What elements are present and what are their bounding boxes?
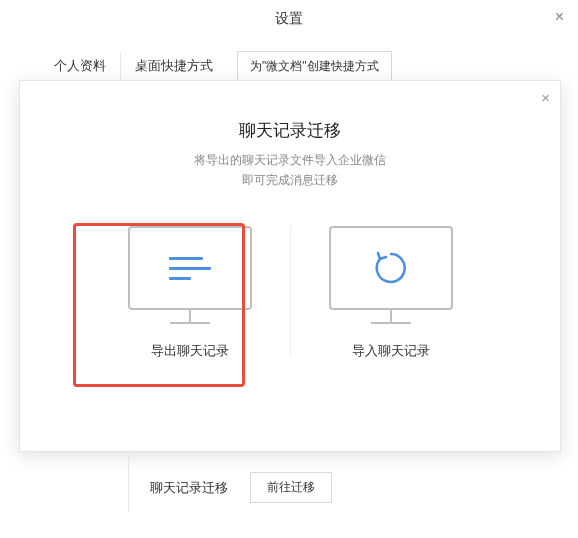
monitor-stand-base bbox=[170, 322, 210, 324]
bottom-label: 聊天记录迁移 bbox=[150, 479, 228, 497]
modal-subtitle-2: 即可完成消息迁移 bbox=[20, 170, 560, 190]
bottom-row: 聊天记录迁移 前往迁移 bbox=[0, 472, 578, 503]
export-option[interactable]: 导出聊天记录 bbox=[90, 226, 290, 360]
import-label: 导入聊天记录 bbox=[291, 342, 491, 360]
create-shortcut-button[interactable]: 为"微文档"创建快捷方式 bbox=[237, 51, 392, 82]
text-lines-icon bbox=[169, 257, 211, 280]
modal-subtitle-1: 将导出的聊天记录文件导入企业微信 bbox=[20, 150, 560, 170]
monitor-stand-neck bbox=[189, 310, 191, 322]
refresh-icon bbox=[372, 249, 410, 287]
settings-window: 设置 × 个人资料 桌面快捷方式 为"微文档"创建快捷方式 × 聊天记录迁移 将… bbox=[0, 0, 578, 538]
window-close-icon[interactable]: × bbox=[555, 8, 564, 26]
monitor-icon bbox=[329, 226, 453, 310]
migration-modal: × 聊天记录迁移 将导出的聊天记录文件导入企业微信 即可完成消息迁移 导出聊天记… bbox=[19, 80, 561, 452]
go-migrate-button[interactable]: 前往迁移 bbox=[250, 472, 332, 503]
window-title: 设置 bbox=[0, 0, 578, 34]
modal-close-icon[interactable]: × bbox=[541, 89, 550, 106]
options-row: 导出聊天记录 导入聊天记录 bbox=[20, 226, 560, 360]
monitor-icon bbox=[128, 226, 252, 310]
monitor-stand-neck bbox=[390, 310, 392, 322]
export-label: 导出聊天记录 bbox=[90, 342, 290, 360]
import-option[interactable]: 导入聊天记录 bbox=[291, 226, 491, 360]
monitor-stand-base bbox=[371, 322, 411, 324]
modal-title: 聊天记录迁移 bbox=[20, 119, 560, 142]
